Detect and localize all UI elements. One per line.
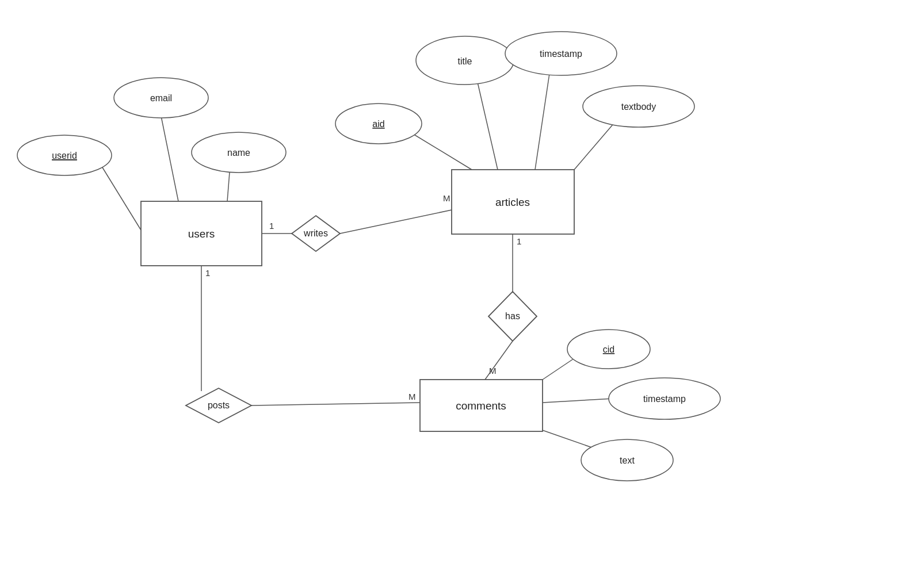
attr-timestamp-articles-label: timestamp <box>540 49 582 59</box>
er-diagram: 1 M 1 M 1 M users articles comments writ… <box>0 0 924 574</box>
cardinality-has-comments-m: M <box>489 366 497 376</box>
line-email-users <box>161 116 178 201</box>
line-timestamp-comments <box>543 399 613 403</box>
relationship-posts-label: posts <box>208 400 230 410</box>
attr-timestamp-comments-label: timestamp <box>643 394 686 404</box>
entity-comments-label: comments <box>456 400 506 412</box>
cardinality-users-writes-1: 1 <box>269 221 274 231</box>
attr-text-label: text <box>620 456 635 465</box>
attr-name-label: name <box>227 148 250 158</box>
line-timestamp-articles <box>535 74 549 170</box>
entity-articles-label: articles <box>495 196 530 208</box>
entity-users-label: users <box>188 228 215 240</box>
line-posts-comments <box>251 403 420 405</box>
cardinality-articles-has-1: 1 <box>517 236 521 246</box>
attr-title-label: title <box>458 56 472 66</box>
relationship-has-label: has <box>505 311 520 321</box>
cardinality-posts-comments-m: M <box>408 392 416 401</box>
line-textbody-articles <box>574 118 618 170</box>
cardinality-writes-articles-m: M <box>443 193 450 203</box>
attr-cid-label: cid <box>603 345 614 354</box>
relationship-writes-label: writes <box>303 228 328 238</box>
attr-aid-label: aid <box>372 119 384 129</box>
attr-email-label: email <box>150 93 172 103</box>
attr-textbody-label: textbody <box>621 102 656 112</box>
line-writes-articles <box>340 210 452 234</box>
line-title-articles <box>478 82 498 170</box>
attr-userid-label: userid <box>52 151 77 160</box>
cardinality-users-posts-1: 1 <box>205 268 210 278</box>
